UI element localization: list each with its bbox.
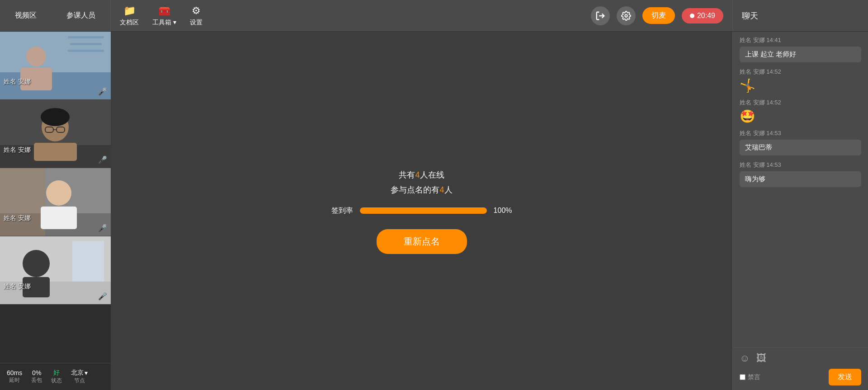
progress-pct: 100% [494,207,512,215]
chat-msg-header: 姓名 安娜 14:53 [740,129,861,137]
progress-container: 签到率 100% [331,206,512,216]
mic-icon-3: 🎤 [98,224,107,232]
progress-bar-track [360,207,487,214]
timer-button[interactable]: 20:49 [682,8,723,23]
svg-point-25 [23,250,50,277]
settings-button[interactable]: ⚙ 设置 [190,5,203,27]
svg-rect-21 [41,207,77,229]
settings-circle-button[interactable] [617,6,636,25]
chat-msg-emoji: 🤩 [740,109,861,124]
sidebar: 姓名 安娜 🎤 [0,32,111,390]
restart-roll-call-button[interactable]: 重新点名 [377,229,467,254]
svg-rect-24 [72,241,104,282]
svg-rect-4 [68,36,104,38]
exit-icon-button[interactable] [591,6,610,25]
mute-checkbox-area[interactable]: 禁言 [740,373,760,381]
center-area: 共有4人在线 参与点名的有4人 签到率 100% 重新点名 [111,32,732,390]
svg-rect-19 [0,168,45,236]
chat-msg-emoji: 🤸 [740,78,861,93]
video-item: 姓名 安娜 🎤 [0,100,111,168]
folder-icon: 📁 [123,5,136,17]
chat-message: 姓名 安娜 14:53 艾瑞巴蒂 [740,129,861,155]
chat-msg-bubble: 艾瑞巴蒂 [740,140,861,155]
toolbar-left-tabs: 视频区 参课人员 [0,0,111,31]
status-bar: 60ms 延时 0% 丢包 好 状态 北京 ▾ 节点 [0,363,111,390]
chevron-down-icon: ▾ [85,369,88,376]
delay-status: 60ms 延时 [7,369,22,384]
emoji-picker-button[interactable]: ☺ [740,352,750,364]
main-content: 姓名 安娜 🎤 [0,32,868,390]
video-feed-2 [0,100,111,168]
roll-call-info: 共有4人在线 参与点名的有4人 [391,168,452,197]
chat-msg-bubble: 嗨为够 [740,171,861,187]
svg-point-20 [46,180,71,206]
video-item: 姓名 安娜 🎤 [0,236,111,305]
video-feed-3 [0,168,111,236]
roll-call-panel: 共有4人在线 参与点名的有4人 签到率 100% 重新点名 [331,168,512,254]
chat-message: 姓名 安娜 14:53 嗨为够 [740,161,861,187]
svg-rect-3 [0,72,111,99]
chat-bottom: ☺ 🖼 禁言 发送 [733,348,868,390]
tab-video-area[interactable]: 视频区 [8,0,43,31]
video-list: 姓名 安娜 🎤 [0,32,111,363]
chat-messages: 姓名 安娜 14:41 上课 起立 老师好 姓名 安娜 14:52 🤸 姓名 安… [733,32,868,348]
video-feed-1 [0,32,111,99]
chat-msg-header: 姓名 安娜 14:53 [740,161,861,169]
chat-msg-bubble: 上课 起立 老师好 [740,47,861,62]
chat-message: 姓名 安娜 14:52 🤩 [740,99,861,124]
toolbox-button[interactable]: 🧰 工具箱 ▾ [152,5,176,27]
video-item: 姓名 安娜 🎤 [0,32,111,100]
chat-area: 姓名 安娜 14:41 上课 起立 老师好 姓名 安娜 14:52 🤸 姓名 安… [732,32,868,390]
mic-icon-2: 🎤 [98,155,107,164]
loss-status: 0% 丢包 [31,369,42,384]
video-name-4: 姓名 安娜 [4,282,31,291]
mute-checkbox[interactable] [740,374,745,380]
toolbox-icon: 🧰 [158,5,170,17]
send-button[interactable]: 发送 [829,369,861,385]
docs-button[interactable]: 📁 文档区 [120,5,139,27]
chat-title-toolbar: 聊天 [742,10,758,21]
toolbar-right: 切麦 20:49 [591,6,732,25]
chat-message: 姓名 安娜 14:52 🤸 [740,68,861,93]
video-name-2: 姓名 安娜 [4,146,31,154]
chat-tools: ☺ 🖼 [740,352,861,369]
chat-msg-header: 姓名 安娜 14:52 [740,99,861,107]
mute-button[interactable]: 切麦 [642,7,675,24]
svg-point-7 [26,47,46,66]
svg-point-12 [41,108,70,126]
image-picker-button[interactable]: 🖼 [756,352,766,364]
toolbar: 视频区 参课人员 📁 文档区 🧰 工具箱 ▾ ⚙ 设置 [0,0,868,32]
mic-icon-1: 🎤 [98,87,107,96]
svg-rect-6 [68,50,104,52]
svg-point-1 [625,14,627,17]
chat-input-row: 禁言 发送 [740,369,861,385]
progress-bar-fill [360,207,487,214]
svg-rect-16 [34,143,77,161]
video-name-1: 姓名 安娜 [4,78,31,86]
rec-dot-icon [690,14,694,18]
chat-message: 姓名 安娜 14:41 上课 起立 老师好 [740,36,861,62]
gear-icon: ⚙ [192,5,201,17]
chat-msg-header: 姓名 安娜 14:52 [740,68,861,76]
video-item: 姓名 安娜 🎤 [0,168,111,236]
chat-msg-header: 姓名 安娜 14:41 [740,36,861,44]
video-feed-4 [0,236,111,304]
toolbar-center: 📁 文档区 🧰 工具箱 ▾ ⚙ 设置 [111,5,591,27]
progress-label: 签到率 [331,206,353,216]
node-status[interactable]: 北京 ▾ 节点 [71,369,88,385]
network-status: 好 状态 [51,369,62,385]
svg-rect-5 [70,43,102,45]
video-name-3: 姓名 安娜 [4,214,31,222]
mic-icon-4: 🎤 [98,292,107,301]
tab-participants[interactable]: 参课人员 [60,0,102,31]
